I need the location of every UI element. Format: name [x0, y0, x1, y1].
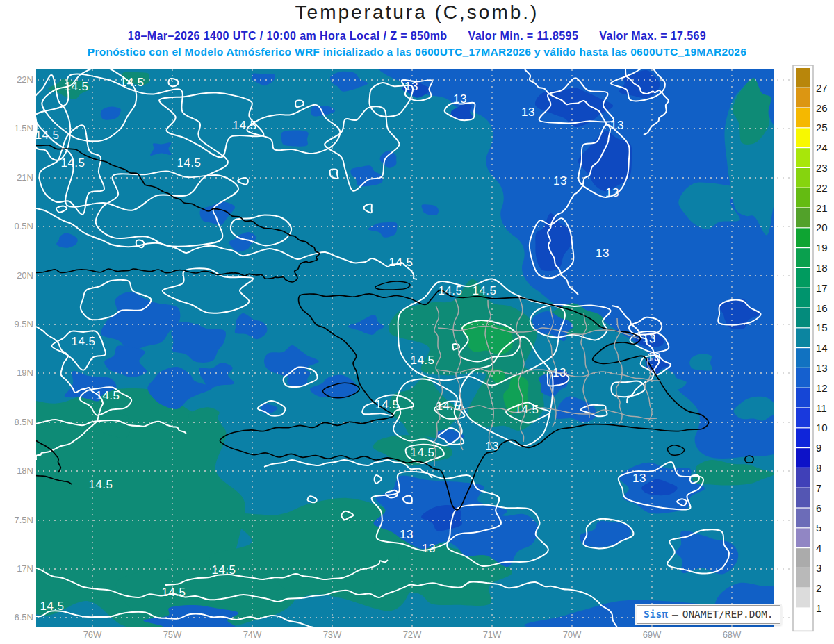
contour-value-label: 14.5 [60, 156, 85, 170]
contour-value-label: 14.5 [71, 335, 95, 348]
colorbar-level-label: 9 [816, 442, 821, 454]
lon-tick-label: 70W [563, 629, 582, 640]
colorbar-level-label: 25 [816, 122, 828, 133]
contour-value-label: 14.5 [177, 156, 201, 170]
contour-value-label: 14.5 [410, 446, 434, 459]
contour-value-label: 14.5 [436, 399, 460, 413]
colorbar-level-label: 19 [816, 242, 828, 254]
lat-tick-label: 6.5N [15, 612, 33, 622]
colorbar-level-label: 6 [816, 502, 821, 514]
temperature-field [0, 69, 802, 644]
lon-tick-label: 75W [163, 629, 182, 640]
colorbar-level-label: 12 [816, 382, 828, 394]
colorbar-segment [796, 228, 810, 247]
lat-tick-label: 8.5N [15, 417, 33, 427]
contour-value-label: 14.5 [389, 256, 413, 269]
colorbar-level-label: 2 [816, 582, 821, 594]
contour-value-label: 13 [453, 92, 467, 106]
colorbar-segment [796, 609, 810, 628]
contour-value-label: 14.5 [410, 354, 434, 367]
colorbar-segment [796, 448, 810, 468]
contour-value-label: 14.5 [88, 478, 113, 491]
lon-tick-label: 71W [483, 629, 502, 640]
lon-tick-label: 69W [643, 629, 662, 640]
colorbar-level-label: 5 [816, 522, 821, 534]
colorbar-level-label: 14 [816, 342, 828, 354]
contour-value-label: 13 [553, 366, 566, 379]
colorbar-level-label: 4 [816, 542, 821, 554]
colorbar-segment [796, 368, 810, 388]
colorbar-level-label: 17 [816, 282, 828, 294]
colorbar-segment [796, 388, 810, 408]
colorbar-segment [796, 108, 810, 128]
colorbar-segment [796, 509, 810, 528]
contour-value-label: 13 [632, 472, 646, 485]
colorbar-segment [796, 568, 810, 588]
colorbar-level-label: 24 [816, 142, 828, 154]
lat-tick-label: 0.5N [15, 221, 33, 231]
colorbar-segment [796, 148, 810, 167]
colorbar-segment [796, 168, 810, 188]
lat-tick-label: 21N [17, 172, 33, 183]
contour-value-label: 14.5 [211, 563, 236, 577]
lon-tick-label: 74W [243, 629, 262, 640]
attribution-box: Sisπ–ONAMET/REP.DOM. [637, 605, 780, 624]
colorbar-segment [796, 288, 810, 308]
contour-value-label: 14.5 [438, 284, 462, 297]
contour-value-label: 14.5 [472, 284, 496, 297]
colorbar-segment [796, 268, 810, 288]
colorbar-level-label: 11 [816, 402, 827, 414]
attribution-separator: – [672, 609, 678, 620]
lon-tick-label: 73W [323, 629, 342, 640]
colorbar-segment [796, 308, 810, 328]
colorbar-segment [796, 248, 810, 267]
contour-value-label: 13 [610, 119, 624, 132]
colorbar-segment [796, 428, 810, 447]
colorbar-segment [796, 68, 810, 88]
colorbar: 2726252423222120191817161514131211109876… [793, 65, 828, 631]
colorbar-segment [796, 488, 810, 508]
weather-map-canvas: 2726252423222120191817161514131211109876… [0, 0, 834, 644]
lon-tick-label: 76W [83, 629, 102, 640]
lat-tick-label: 7.5N [15, 515, 33, 525]
contour-value-label: 14.5 [120, 76, 144, 89]
contour-value-label: 14.5 [35, 129, 59, 142]
colorbar-segment [796, 408, 810, 428]
lat-tick-label: 18N [17, 465, 33, 476]
app-logo-text: Sisπ [644, 609, 668, 620]
contour-value-label: 14.5 [232, 119, 256, 132]
lat-tick-label: 9.5N [15, 319, 33, 329]
lat-tick-label: 19N [17, 368, 33, 378]
lon-tick-label: 68W [723, 629, 742, 640]
contour-value-label: 13 [553, 174, 567, 188]
colorbar-level-label: 10 [816, 422, 828, 434]
lat-tick-label: 1.5N [15, 123, 33, 133]
colorbar-level-label: 20 [816, 222, 828, 233]
colorbar-level-label: 26 [816, 102, 828, 114]
colorbar-segment [796, 528, 810, 547]
lat-tick-label: 17N [17, 563, 33, 574]
contour-value-label: 13 [422, 542, 436, 555]
contour-value-label: 14.5 [95, 389, 120, 402]
colorbar-segment [796, 128, 810, 147]
colorbar-level-label: 27 [816, 82, 828, 94]
contour-fill-patch [281, 130, 308, 146]
colorbar-level-label: 21 [816, 202, 828, 214]
colorbar-level-label: 7 [816, 482, 821, 494]
contour-value-label: 13 [485, 440, 499, 453]
contour-value-label: 13 [596, 247, 610, 260]
contour-value-label: 13 [647, 351, 661, 364]
lat-tick-label: 22N [17, 74, 33, 85]
colorbar-level-label: 22 [816, 182, 828, 194]
contour-value-label: 14.5 [64, 80, 88, 93]
colorbar-level-label: 18 [816, 262, 828, 274]
colorbar-segment [796, 188, 810, 208]
contour-value-label: 13 [642, 332, 656, 345]
colorbar-segment [796, 88, 810, 108]
contour-value-label: 13 [404, 80, 418, 93]
contour-value-label: 14.5 [375, 398, 399, 411]
contour-value-label: 14.5 [40, 600, 64, 613]
contour-value-label: 14.5 [161, 586, 186, 599]
forecast-chart-page: Temperatura (C,somb.) 18–Mar–2026 1400 U… [0, 0, 834, 644]
colorbar-segment [796, 208, 810, 228]
